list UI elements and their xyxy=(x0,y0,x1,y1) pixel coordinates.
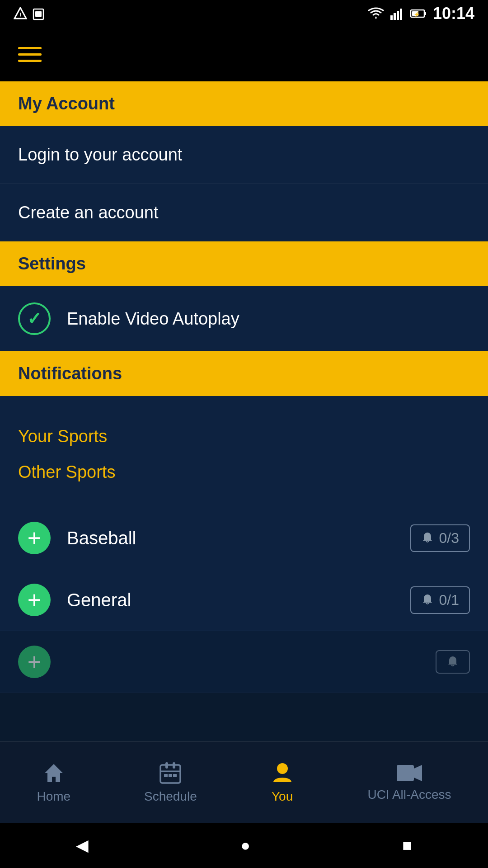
svg-rect-15 xyxy=(173,762,175,769)
svg-rect-17 xyxy=(164,774,168,777)
home-icon xyxy=(42,761,66,785)
android-home-button[interactable]: ● xyxy=(240,836,250,855)
svg-rect-5 xyxy=(394,13,396,20)
schedule-icon xyxy=(159,761,182,785)
hamburger-menu-button[interactable] xyxy=(18,47,42,62)
nav-you-label: You xyxy=(272,789,293,804)
svg-rect-4 xyxy=(390,15,393,20)
svg-rect-7 xyxy=(400,9,402,20)
nav-schedule-label: Schedule xyxy=(144,789,197,804)
autoplay-check-icon xyxy=(18,302,51,335)
nav-schedule[interactable]: Schedule xyxy=(144,761,197,804)
svg-text:!: ! xyxy=(20,11,22,19)
sim-icon xyxy=(33,7,44,20)
status-time: 10:14 xyxy=(433,4,474,23)
my-account-label: My Account xyxy=(18,94,115,113)
my-account-section-header: My Account xyxy=(0,81,488,126)
person-icon xyxy=(271,761,294,785)
bell-icon-general xyxy=(421,594,434,606)
nav-you[interactable]: You xyxy=(271,761,294,804)
create-account-menu-item[interactable]: Create an account xyxy=(0,184,488,241)
nav-home[interactable]: Home xyxy=(37,761,70,804)
account-menu: Login to your account Create an account xyxy=(0,126,488,241)
svg-rect-3 xyxy=(35,11,42,17)
autoplay-toggle-item[interactable]: Enable Video Autoplay xyxy=(0,286,488,351)
status-left-icons: ! xyxy=(14,7,44,20)
video-icon xyxy=(396,763,423,783)
bell-icon-baseball xyxy=(421,532,434,544)
status-bar: ! ⚡ 10:14 xyxy=(0,0,488,27)
general-notification-badge[interactable]: 0/1 xyxy=(410,586,470,614)
other-sports-label: Other Sports xyxy=(18,450,470,491)
general-notification-count: 0/1 xyxy=(439,592,459,609)
svg-rect-9 xyxy=(424,12,426,15)
wifi-icon xyxy=(368,7,384,20)
status-right-icons: ⚡ 10:14 xyxy=(368,4,474,23)
third-sport-item[interactable]: + xyxy=(0,631,488,693)
general-sport-item[interactable]: + General 0/1 xyxy=(0,569,488,631)
login-menu-item[interactable]: Login to your account xyxy=(0,126,488,184)
android-back-button[interactable]: ◀ xyxy=(76,836,89,855)
notifications-section-header: Notifications xyxy=(0,351,488,396)
svg-marker-12 xyxy=(45,764,63,782)
baseball-label: Baseball xyxy=(67,528,394,548)
signal-icon xyxy=(390,7,404,20)
battery-icon: ⚡ xyxy=(410,8,427,19)
baseball-notification-count: 0/3 xyxy=(439,530,459,547)
general-label: General xyxy=(67,590,394,610)
content-area: My Account Login to your account Create … xyxy=(0,81,488,741)
general-add-icon[interactable]: + xyxy=(18,584,51,616)
svg-rect-21 xyxy=(397,765,414,781)
your-sports-label: Your Sports xyxy=(18,412,470,450)
third-notification-badge[interactable] xyxy=(436,650,470,674)
svg-point-20 xyxy=(277,763,288,774)
notifications-content: Your Sports Other Sports xyxy=(0,396,488,507)
android-nav-bar: ◀ ● ■ xyxy=(0,823,488,868)
settings-label: Settings xyxy=(18,254,86,273)
baseball-notification-badge[interactable]: 0/3 xyxy=(410,524,470,552)
svg-rect-18 xyxy=(169,774,172,777)
nav-uci-all-access[interactable]: UCI All-Access xyxy=(367,763,451,802)
warning-icon: ! xyxy=(14,7,27,20)
nav-uci-label: UCI All-Access xyxy=(367,788,451,802)
baseball-sport-item[interactable]: + Baseball 0/3 xyxy=(0,507,488,569)
svg-marker-22 xyxy=(414,765,422,781)
third-add-icon[interactable]: + xyxy=(18,646,51,678)
notifications-label: Notifications xyxy=(18,364,122,383)
baseball-add-icon[interactable]: + xyxy=(18,522,51,554)
nav-home-label: Home xyxy=(37,789,70,804)
autoplay-label: Enable Video Autoplay xyxy=(67,309,239,329)
svg-rect-14 xyxy=(165,762,168,769)
bell-icon-third xyxy=(446,656,459,668)
header xyxy=(0,27,488,81)
svg-text:⚡: ⚡ xyxy=(413,11,420,18)
settings-section-header: Settings xyxy=(0,241,488,286)
android-recent-button[interactable]: ■ xyxy=(402,836,412,855)
bottom-nav: Home Schedule You UCI All-Access xyxy=(0,741,488,823)
svg-rect-19 xyxy=(173,774,177,777)
svg-rect-6 xyxy=(397,11,399,20)
